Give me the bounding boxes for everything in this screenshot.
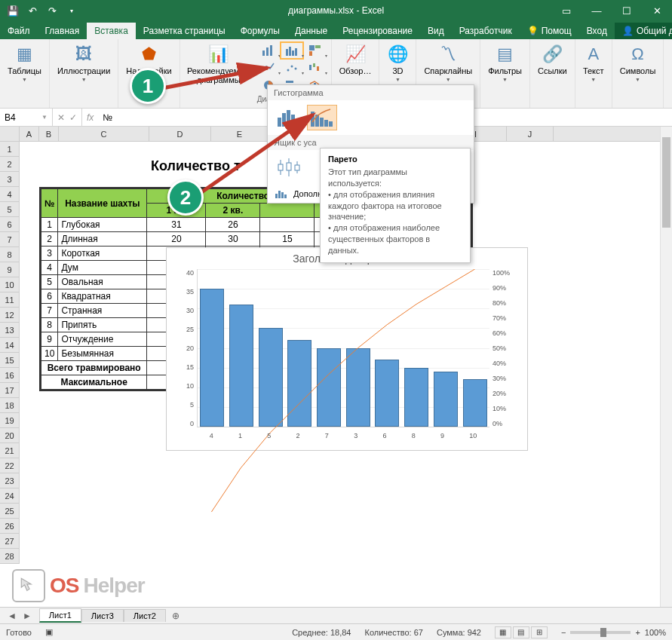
- svg-rect-4: [289, 47, 291, 56]
- maximize-icon[interactable]: ☐: [612, 0, 642, 21]
- row-2[interactable]: 2: [0, 157, 20, 172]
- row-20[interactable]: 20: [0, 428, 20, 443]
- text-button[interactable]: A Текст ▼: [580, 42, 607, 84]
- minimize-icon[interactable]: —: [581, 0, 612, 21]
- signin[interactable]: Вход: [579, 23, 615, 39]
- row-22[interactable]: 22: [0, 458, 20, 473]
- tab-file[interactable]: Файл: [0, 23, 38, 39]
- tab-home[interactable]: Главная: [38, 23, 87, 39]
- row-5[interactable]: 5: [0, 202, 20, 217]
- tooltip-title: Парето: [328, 155, 462, 164]
- col-C[interactable]: C: [59, 127, 149, 141]
- zoom-out-icon[interactable]: −: [561, 628, 566, 637]
- row-4[interactable]: 4: [0, 187, 20, 202]
- col-B[interactable]: B: [39, 127, 59, 141]
- status-average: Среднее: 18,84: [292, 628, 351, 637]
- svg-point-11: [290, 66, 293, 68]
- row-24[interactable]: 24: [0, 488, 20, 504]
- enter-fx-icon[interactable]: ✓: [69, 112, 77, 123]
- pagelayout-view-icon[interactable]: ▤: [513, 626, 529, 638]
- ribbon-options-icon[interactable]: ▭: [551, 0, 581, 21]
- row-27[interactable]: 27: [0, 534, 20, 549]
- waterfall-chart-button[interactable]: ▾: [304, 60, 327, 76]
- name-box[interactable]: B4▼: [0, 109, 53, 126]
- row-13[interactable]: 13: [0, 323, 20, 338]
- title-bar: 💾 ↶ ↷ ▾ диаграммы.xlsx - Excel ▭ — ☐ ✕: [0, 0, 672, 21]
- sheet-tab-2[interactable]: Лист3: [81, 609, 124, 622]
- row-3[interactable]: 3: [0, 172, 20, 187]
- row-6[interactable]: 6: [0, 217, 20, 232]
- row-9[interactable]: 9: [0, 262, 20, 277]
- row-12[interactable]: 12: [0, 308, 20, 323]
- filters-button[interactable]: ▤ Фильтры ▼: [485, 42, 525, 84]
- tab-insert[interactable]: Вставка: [87, 23, 136, 39]
- qat-more-icon[interactable]: ▾: [63, 2, 80, 19]
- row-19[interactable]: 19: [0, 413, 20, 428]
- hyperlink-button[interactable]: 🔗 Ссылки: [535, 42, 570, 77]
- watermark-cursor-icon: [12, 569, 45, 602]
- tables-button[interactable]: ▦ Таблицы ▼: [5, 42, 44, 84]
- row-8[interactable]: 8: [0, 247, 20, 262]
- tab-data[interactable]: Данные: [287, 23, 335, 39]
- group-text: A Текст ▼: [575, 39, 612, 108]
- row-11[interactable]: 11: [0, 292, 20, 308]
- x-axis: 41527368910: [197, 432, 489, 439]
- add-sheet-button[interactable]: ⊕: [166, 611, 186, 621]
- sheet-nav[interactable]: ◄►: [0, 611, 39, 621]
- tab-developer[interactable]: Разработчик: [452, 23, 520, 39]
- 3dmap-button[interactable]: 🌐 3D ▼: [384, 42, 411, 84]
- sheet-tab-1[interactable]: Лист1: [39, 608, 81, 623]
- row-7[interactable]: 7: [0, 232, 20, 247]
- cancel-fx-icon[interactable]: ✕: [57, 112, 65, 123]
- annotation-number-1: 1: [130, 68, 166, 104]
- row-15[interactable]: 15: [0, 353, 20, 368]
- normal-view-icon[interactable]: ▦: [495, 626, 511, 638]
- col-J[interactable]: J: [507, 127, 554, 141]
- pivotchart-button[interactable]: 📈 Обзор…: [336, 42, 375, 77]
- undo-icon[interactable]: ↶: [24, 2, 41, 19]
- row-23[interactable]: 23: [0, 473, 20, 488]
- redo-icon[interactable]: ↷: [44, 2, 60, 19]
- table-icon: ▦: [14, 44, 35, 65]
- zoom-in-icon[interactable]: +: [635, 628, 640, 637]
- hierarchy-chart-button[interactable]: ▾: [304, 42, 327, 59]
- zoom-level[interactable]: 100%: [645, 628, 666, 637]
- sparklines-button[interactable]: 〽 Спарклайны ▼: [421, 42, 475, 84]
- sheet-tab-3[interactable]: Лист2: [124, 609, 166, 622]
- close-icon[interactable]: ✕: [642, 0, 672, 21]
- row-14[interactable]: 14: [0, 338, 20, 353]
- row-26[interactable]: 26: [0, 519, 20, 534]
- status-record-macro-icon[interactable]: ▣: [45, 627, 53, 637]
- illustrations-button[interactable]: 🖼 Иллюстрации ▼: [54, 42, 113, 84]
- row-25[interactable]: 25: [0, 504, 20, 519]
- row-1[interactable]: 1: [0, 142, 20, 157]
- row-21[interactable]: 21: [0, 443, 20, 458]
- vertical-scrollbar[interactable]: [660, 127, 672, 607]
- pagebreak-view-icon[interactable]: ⊞: [531, 626, 548, 638]
- zoom-slider[interactable]: [570, 631, 631, 634]
- tab-formulas[interactable]: Формулы: [233, 23, 287, 39]
- svg-rect-30: [324, 120, 328, 127]
- symbols-button[interactable]: Ω Символы ▼: [617, 42, 659, 84]
- zoom-control[interactable]: − + 100%: [561, 628, 666, 637]
- scatter-chart-button[interactable]: ▾: [281, 60, 303, 76]
- select-all-corner[interactable]: [0, 127, 20, 141]
- column-chart-button[interactable]: ▾: [257, 42, 280, 59]
- col-A[interactable]: A: [20, 127, 39, 141]
- annotation-arrow-2: [189, 106, 324, 204]
- group-links: 🔗 Ссылки: [530, 39, 575, 108]
- embedded-chart[interactable]: Заголовок диаграммы 4035302520151050 100…: [166, 247, 528, 451]
- tell-me[interactable]: 💡 Помощ: [520, 23, 579, 39]
- tab-pagelayout[interactable]: Разметка страницы: [136, 23, 233, 39]
- save-icon[interactable]: 💾: [5, 2, 21, 19]
- share-button[interactable]: 👤 Общий доступ: [615, 23, 672, 39]
- row-17[interactable]: 17: [0, 383, 20, 398]
- fx-icon[interactable]: fx: [82, 112, 98, 123]
- row-16[interactable]: 16: [0, 368, 20, 383]
- row-18[interactable]: 18: [0, 398, 20, 413]
- tab-review[interactable]: Рецензирование: [335, 23, 420, 39]
- statistic-chart-button[interactable]: ▾: [281, 42, 303, 59]
- row-10[interactable]: 10: [0, 277, 20, 292]
- tab-view[interactable]: Вид: [420, 23, 452, 39]
- row-28[interactable]: 28: [0, 549, 20, 564]
